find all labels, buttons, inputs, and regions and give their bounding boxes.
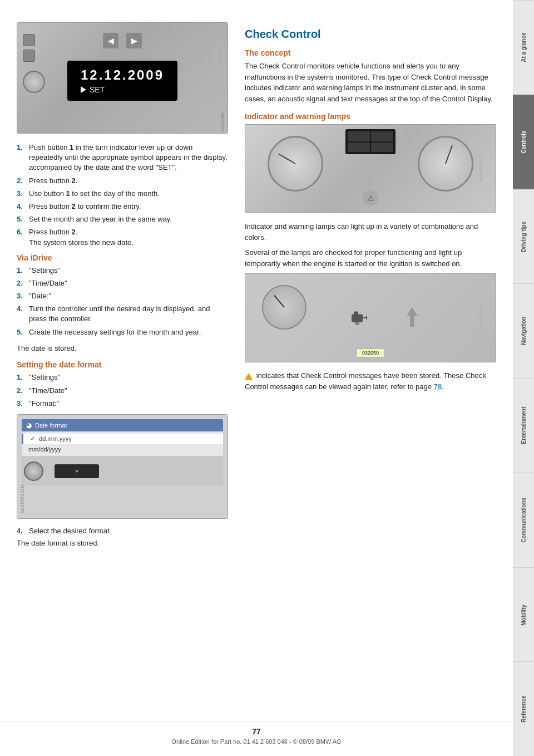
format-stored-text: The date format is stored. [17,538,228,549]
checkmark-icon: ✓ [30,435,35,442]
sidebar-tab-reference[interactable]: Reference [513,661,534,756]
cluster-warning-dot: ⚠ [363,190,378,206]
instrument-cluster-image: ⚠ N100203596 [245,124,496,213]
oil-left-gauge [262,285,306,330]
cluster-center-display [345,129,395,154]
list-item: 3. "Date:" [17,291,228,301]
date-option-mdy[interactable]: mm/dd/yyyy [22,444,223,454]
sidebar-tab-at-a-glance[interactable]: At a glance [513,0,534,95]
controller-screen-mini: ■ [55,464,99,478]
sidebar-tab-label: Reference [521,695,527,722]
list-item: 6. Press button 2.The system stores the … [17,227,228,247]
concept-section-title: The concept [245,48,496,57]
gauge-needle [445,145,453,164]
indicator-text-1: Indicator and warning lamps can light up… [245,221,496,243]
svg-marker-2 [407,307,418,327]
list-item: 1. "Settings" [17,372,228,382]
sidebar-tab-entertainment[interactable]: Entertainment [513,378,534,473]
panel-button-1 [23,34,35,46]
bmw-date-screen: 12.12.2009 SET [67,61,177,101]
date-format-title: Setting the date format [17,360,228,369]
date-stored-text: The date is stored. [17,343,228,354]
svg-rect-1 [354,312,358,315]
list-item: 4. Turn the controller until the desired… [17,304,228,324]
page-ref-link[interactable]: 78 [434,382,442,391]
warning-text: indicates that Check Control messages ha… [245,371,486,391]
image-id: NW2009 [220,112,225,132]
format-steps-list: 1. "Settings" 2. "Time/Date" 3. "Format:… [17,372,228,409]
date-format-section: Setting the date format 1. "Settings" 2.… [17,360,228,549]
bmw-display-image: ◀ ▶ 12.12.2009 SET NW2009 [17,22,228,134]
indicator-text-2: Several of the lamps are checked for pro… [245,247,496,269]
sidebar-tab-label: Navigation [521,317,527,345]
play-icon [81,86,86,93]
oil-gauge-needle [274,295,285,308]
main-content: ◀ ▶ 12.12.2009 SET NW2009 1. Push button… [0,0,513,587]
set-label: SET [90,85,105,94]
sidebar-tab-driving-tips[interactable]: Driving tips [513,189,534,284]
cluster-image-id: N100203596 [479,156,484,181]
date-option-label: mm/dd/yyyy [28,446,61,453]
via-idrive-section: Via iDrive 1. "Settings" 2. "Time/Date" … [17,253,228,354]
date-format-header-label: Date format [35,422,67,429]
sidebar-tab-label: Communications [521,498,527,543]
concept-text: The Check Control monitors vehicle funct… [245,61,496,104]
list-item: 3. Use button 1 to set the day of the mo… [17,189,228,199]
page-number: 77 [0,727,513,736]
sidebar-tab-mobility[interactable]: Mobility [513,567,534,662]
right-gauge [418,136,473,192]
warning-text-after: . [442,382,444,391]
nav-arrow-right: ▶ [126,33,142,48]
date-format-options: ✓ dd.mm.yyyy mm/dd/yyyy [22,431,223,456]
right-column: Check Control The concept The Check Cont… [245,22,496,553]
footer-text: Online Edition for Part no. 01 41 2 603 … [171,738,341,745]
idrive-steps-list: 1. "Settings" 2. "Time/Date" 3. "Date:" … [17,266,228,337]
sidebar-tab-label: Controls [521,131,527,154]
nav-arrow-left: ◀ [103,33,118,48]
left-column: ◀ ▶ 12.12.2009 SET NW2009 1. Push button… [17,22,228,553]
date-format-header: ◕ Date format [22,419,223,431]
list-item: 2. Press button 2. [17,176,228,186]
panel-button-2 [23,50,35,62]
list-item: 4. Press button 2 to confirm the entry. [17,202,228,212]
controller-knob[interactable] [24,462,43,481]
date-option-label: dd.mm.yyyy [39,435,72,442]
image-id-2: N100424395 [19,484,25,513]
list-item: 1. Push button 1 in the turn indicator l… [17,143,228,173]
warning-text-block: indicates that Check Control messages ha… [245,370,496,392]
bmw-date-display: 12.12.2009 [81,67,164,83]
list-item: 5. Create the necessary settings for the… [17,327,228,337]
date-format-image: ◕ Date format ✓ dd.mm.yyyy mm/dd/yyyy [17,414,228,519]
sidebar-tab-label: Mobility [521,604,527,625]
list-item: 5. Set the month and the year in the sam… [17,214,228,224]
manual-steps-list: 1. Push button 1 in the turn indicator l… [17,143,228,248]
sidebar-tab-navigation[interactable]: Navigation [513,283,534,378]
via-idrive-title: Via iDrive [17,253,228,262]
oil-warning-image: 032050 N100323596 [245,273,496,362]
sidebar: At a glance Controls Driving tips Naviga… [513,0,534,756]
left-gauge [268,136,323,192]
list-item: 2. "Time/Date" [17,386,228,396]
sidebar-tab-communications[interactable]: Communications [513,473,534,567]
arrow-up-icon [404,306,421,330]
list-item: 2. "Time/Date" [17,278,228,288]
cluster-icon-2 [371,131,393,141]
oil-can-icon [347,306,369,330]
check-control-title: Check Control [245,28,496,41]
gauge-needle [278,154,295,164]
page-footer: 77 Online Edition for Part no. 01 41 2 6… [0,721,513,745]
sidebar-tab-label: At a glance [521,33,527,62]
warning-triangle-icon [245,373,253,380]
sidebar-tab-controls[interactable]: Controls [513,95,534,189]
step4-item: 4. Select the desired format. [17,527,228,535]
oil-image-id: N100323596 [479,305,484,331]
dial-knob [23,71,45,93]
cluster-icon-1 [348,131,370,141]
cluster-icon-4 [371,143,393,153]
svg-rect-0 [352,315,363,322]
bmw-set-display: SET [81,85,164,94]
date-option-dmy[interactable]: ✓ dd.mm.yyyy [22,434,223,444]
sidebar-tab-label: Driving tips [521,221,527,252]
list-item: 3. "Format:" [17,399,228,409]
step4-text: Select the desired format. [29,527,111,535]
